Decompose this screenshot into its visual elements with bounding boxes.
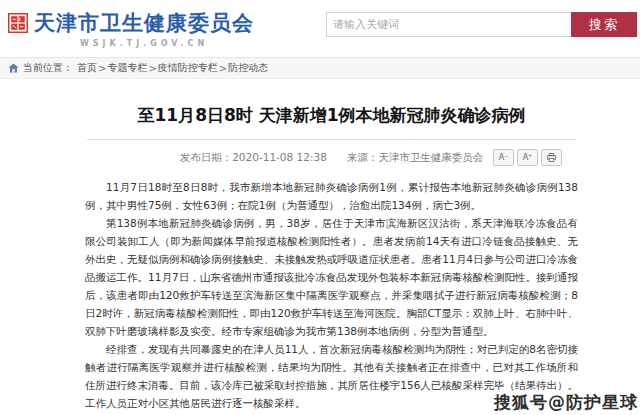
site-name: 天津市卫生健康委员会 xyxy=(34,10,254,36)
home-icon xyxy=(8,63,19,73)
breadcrumb-item-special-columns[interactable]: 专题专栏 xyxy=(107,61,147,75)
breadcrumb: 当前位置： 首页 > 专题专栏 > 疫情防控专栏 > 防控动态 xyxy=(0,57,640,79)
article: 至11月8日8时 天津新增1例本地新冠肺炎确诊病例 发布日期：2020-11-0… xyxy=(0,79,640,415)
breadcrumb-separator: > xyxy=(98,63,106,74)
article-meta: 发布日期：2020-11-08 12:38 来源：天津市卫生健康委员会 A⁻ A… xyxy=(85,149,578,167)
site-logo[interactable]: 天津市卫生健康委员会 WSJK.TJ.GOV.CN xyxy=(8,10,254,48)
paragraph: 11月7日18时至8日8时，我市新增本地新冠肺炎确诊病例1例，累计报告本地新冠肺… xyxy=(85,178,578,214)
paragraph: 第138例本地新冠肺炎确诊病例，男，38岁，居住于天津市滨海新区汉沽街，系天津海… xyxy=(85,214,578,340)
search-input[interactable] xyxy=(326,12,571,37)
publish-date: 发布日期：2020-11-08 12:38 xyxy=(180,151,327,165)
font-increase-button[interactable]: A⁺ xyxy=(517,149,538,166)
search-button[interactable]: 搜索 xyxy=(571,12,637,37)
article-body: 11月7日18时至8日8时，我市新增本地新冠肺炎确诊病例1例，累计报告本地新冠肺… xyxy=(85,178,578,412)
seal-logo-icon xyxy=(8,13,28,33)
site-header: 天津市卫生健康委员会 WSJK.TJ.GOV.CN 搜索 xyxy=(0,0,640,57)
article-title: 至11月8日8时 天津新增1例本地新冠肺炎确诊病例 xyxy=(85,105,578,125)
printer-icon xyxy=(547,153,556,162)
breadcrumb-separator: > xyxy=(148,63,156,74)
breadcrumb-label: 当前位置： xyxy=(23,61,73,75)
breadcrumb-item-home[interactable]: 首页 xyxy=(77,61,97,75)
print-button[interactable] xyxy=(541,149,562,166)
site-url: WSJK.TJ.GOV.CN xyxy=(34,39,254,48)
sohu-watermark: 搜狐号@防护星球 xyxy=(494,391,638,414)
article-source: 来源：天津市卫生健康委员会 xyxy=(347,151,484,165)
article-toolbar: A⁻ A⁺ xyxy=(493,149,562,166)
breadcrumb-separator: > xyxy=(219,63,227,74)
search-bar: 搜索 xyxy=(326,12,637,37)
title-divider xyxy=(87,139,576,140)
breadcrumb-item-epidemic-column[interactable]: 疫情防控专栏 xyxy=(158,61,218,75)
breadcrumb-item-control-news[interactable]: 防控动态 xyxy=(228,61,268,75)
font-decrease-button[interactable]: A⁻ xyxy=(493,149,514,166)
